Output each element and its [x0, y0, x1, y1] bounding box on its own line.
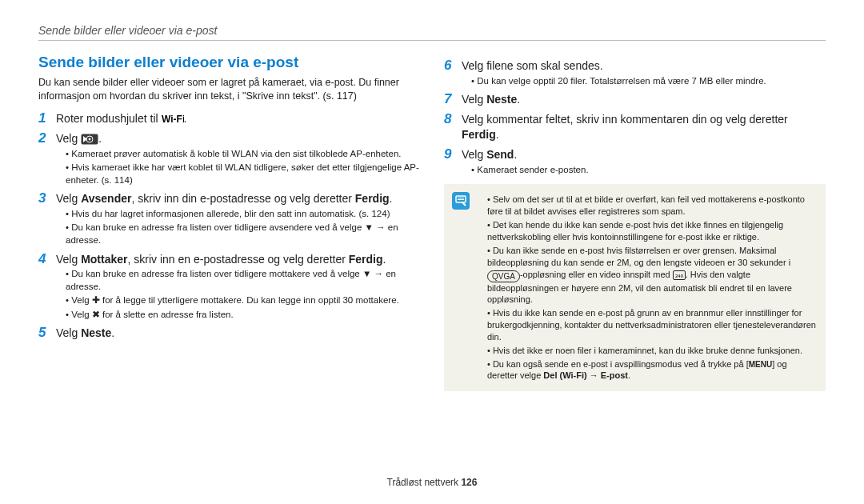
note-box: Selv om det ser ut til at et bilde er ov… [444, 184, 826, 391]
step-4-b: Mottaker [81, 253, 127, 266]
step-4-d: Ferdig [349, 253, 383, 266]
step-6: 6 Velg filene som skal sendes. [444, 58, 826, 74]
step-8-b: Ferdig [462, 128, 496, 141]
step-3-e: . [390, 192, 393, 205]
step-8-a: Velg kommentar feltet, skriv inn komment… [462, 113, 788, 126]
step-3-sub-b: Du kan bruke en adresse fra listen over … [66, 222, 420, 246]
step-6-text: Velg filene som skal sendes. [462, 58, 603, 74]
step-2-sub-b: Hvis kameraet ikke har vært koblet til W… [66, 162, 420, 186]
step-4-sub-c: Velg ✖ for å slette en adresse fra liste… [66, 309, 420, 322]
step-3-sub-a: Hvis du har lagret informasjonen allered… [66, 208, 420, 221]
svg-point-2 [89, 138, 91, 140]
running-header: Sende bilder eller videoer via e-post [38, 24, 826, 41]
step-number: 6 [444, 58, 455, 72]
right-column: 6 Velg filene som skal sendes. Du kan ve… [444, 54, 826, 391]
svg-text:240: 240 [675, 273, 684, 278]
step-number: 1 [38, 111, 50, 125]
step-number: 5 [38, 326, 50, 339]
note-c-2: -oppløsning eller en video innspilt med [520, 270, 673, 279]
step-9-sublist: Kameraet sender e-posten. [444, 164, 826, 177]
step-7: 7 Velg Neste. [444, 92, 826, 107]
note-f-1: Du kan også sende en e-post i avspilling… [493, 359, 746, 369]
page-footer: Trådløst nettverk 126 [0, 477, 864, 488]
left-column: Sende bilder eller videoer via e-post Du… [38, 54, 420, 391]
note-f-5: E-post [601, 370, 628, 380]
step-4-c: , skriv inn en e-postadresse og velg der… [128, 253, 349, 266]
step-7-b: Neste [486, 93, 517, 106]
step-2-sublist: Kameraet prøver automatisk å koble til W… [38, 148, 420, 187]
note-f-6: . [628, 370, 630, 380]
menu-icon: MENU [749, 360, 772, 369]
step-8: 8 Velg kommentar feltet, skriv inn komme… [444, 112, 826, 142]
note-d: Hvis du ikke kan sende en e-post på grun… [487, 307, 816, 343]
step-number: 3 [38, 191, 50, 205]
step-3: 3 Velg Avsender, skriv inn din e-postadr… [38, 191, 420, 206]
step-number: 8 [444, 112, 455, 126]
note-f-3: Del (Wi-Fi) [543, 370, 586, 380]
step-4-e: . [383, 253, 386, 266]
video-res-icon: 240 [673, 270, 686, 282]
step-9-sub-a: Kameraet sender e-posten. [471, 164, 826, 177]
step-1: 1 Roter modushjulet til Wi-Fi . [38, 111, 420, 126]
step-3-c: , skriv inn din e-postadresse og velg de… [131, 192, 354, 205]
step-3-a: Velg [56, 192, 81, 205]
step-2-text-pre: Velg [56, 132, 81, 145]
step-2-text-post: . [98, 132, 102, 145]
step-7-a: Velg [462, 93, 486, 106]
step-5-a: Velg [56, 326, 81, 339]
step-9-a: Velg [462, 148, 486, 161]
step-4-sub-a: Du kan bruke en adresse fra listen over … [66, 268, 420, 293]
qvga-icon: QVGA [487, 270, 520, 282]
step-5-b: Neste [81, 326, 111, 339]
footer-section: Trådløst nettverk [387, 477, 462, 488]
step-5-c: . [111, 326, 114, 339]
step-8-c: . [496, 128, 499, 141]
step-4: 4 Velg Mottaker, skriv inn en e-postadre… [38, 252, 420, 267]
step-1-text-post: . [184, 112, 187, 125]
step-6-sub-a: Du kan velge opptil 20 filer. Totalstørr… [471, 75, 826, 88]
step-3-d: Ferdig [355, 192, 390, 205]
note-list: Selv om det ser ut til at et bilde er ov… [478, 192, 816, 383]
step-5: 5 Velg Neste. [38, 326, 420, 341]
note-b: Det kan hende du ikke kan sende e-post h… [487, 219, 816, 243]
step-9-c: . [514, 148, 517, 161]
section-title: Sende bilder eller videoer via e-post [38, 54, 420, 71]
step-9: 9 Velg Send. [444, 147, 826, 162]
note-f: Du kan også sende en e-post i avspilling… [487, 358, 816, 382]
step-2-sub-a: Kameraet prøver automatisk å koble til W… [66, 148, 420, 161]
intro-text: Du kan sende bilder eller videoer som er… [38, 76, 420, 103]
note-a: Selv om det ser ut til at et bilde er ov… [487, 194, 816, 218]
step-number: 7 [444, 92, 455, 106]
step-number: 4 [38, 252, 50, 266]
step-3-b: Avsender [81, 192, 131, 205]
step-7-c: . [517, 93, 520, 106]
step-6-sublist: Du kan velge opptil 20 filer. Totalstørr… [444, 75, 826, 88]
step-3-sublist: Hvis du har lagret informasjonen allered… [38, 208, 420, 247]
svg-text:Wi-Fi: Wi-Fi [162, 114, 184, 125]
step-4-sublist: Du kan bruke en adresse fra listen over … [38, 268, 420, 321]
wifi-icon: Wi-Fi [162, 114, 184, 125]
step-4-a: Velg [56, 253, 81, 266]
step-2: 2 Velg . [38, 131, 420, 146]
note-c: Du kan ikke sende en e-post hvis filstør… [487, 245, 816, 306]
step-4-sub-b: Velg ✚ for å legge til ytterligere motta… [66, 294, 420, 307]
step-number: 9 [444, 147, 455, 161]
email-share-icon [81, 134, 98, 145]
note-c-1: Du kan ikke sende en e-post hvis filstør… [487, 246, 790, 267]
step-9-b: Send [486, 148, 514, 161]
note-e: Hvis det ikke er noen filer i kameraminn… [487, 345, 816, 357]
page-number: 126 [461, 477, 477, 488]
step-number: 2 [38, 131, 50, 145]
step-1-text-pre: Roter modushjulet til [56, 112, 162, 125]
info-icon [452, 192, 470, 210]
note-f-4: → [587, 370, 601, 380]
